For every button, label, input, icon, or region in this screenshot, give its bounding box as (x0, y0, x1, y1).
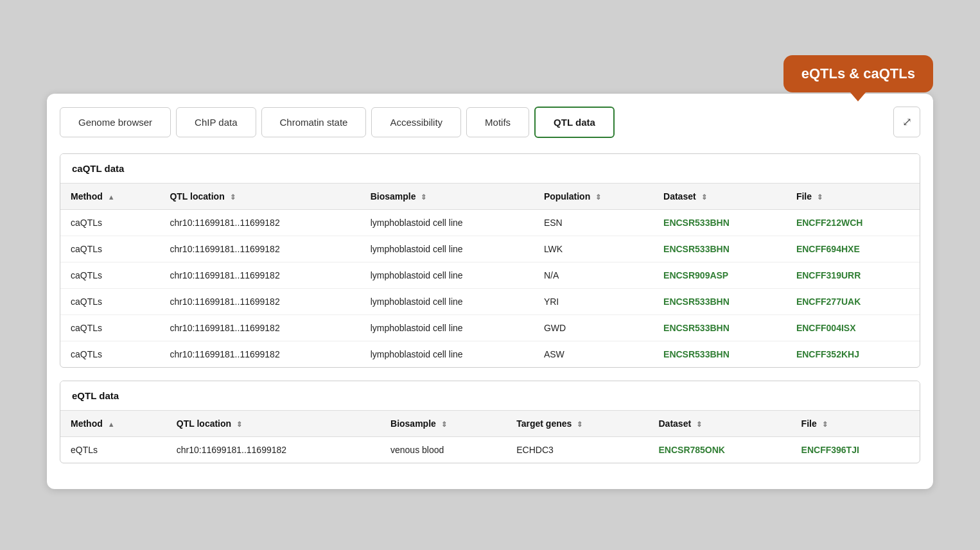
biosample-sort-icon: ⇕ (421, 193, 426, 202)
caqtl-file-cell[interactable]: ENCFF352KHJ (786, 341, 920, 367)
eqtl-col-file[interactable]: File ⇕ (791, 411, 920, 437)
caqtl-dataset-cell[interactable]: ENCSR533BHN (653, 314, 786, 341)
tab-genome-browser[interactable]: Genome browser (60, 107, 171, 137)
caqtl-dataset-cell[interactable]: ENCSR533BHN (653, 209, 786, 236)
eqtl-thead: Method ▲ QTL location ⇕ Biosample ⇕ Ta (60, 411, 920, 437)
eqtl-col-target-genes[interactable]: Target genes ⇕ (506, 411, 648, 437)
eqtl-table: Method ▲ QTL location ⇕ Biosample ⇕ Ta (60, 411, 920, 463)
caqtl-header-row: Method ▲ QTL location ⇕ Biosample ⇕ Po (60, 184, 920, 210)
caqtl-col-dataset[interactable]: Dataset ⇕ (653, 184, 786, 210)
table-row: caQTLs chr10:11699181..11699182 lymphobl… (60, 288, 920, 314)
caqtl-population-cell: ESN (534, 209, 653, 236)
table-row: eQTLs chr10:11699181..11699182 venous bl… (60, 436, 920, 463)
caqtl-dataset-cell[interactable]: ENCSR533BHN (653, 341, 786, 367)
caqtl-location-cell: chr10:11699181..11699182 (159, 209, 360, 236)
caqtl-method-cell: caQTLs (60, 314, 159, 341)
eqtl-target-sort-icon: ⇕ (577, 420, 582, 429)
caqtl-population-cell: N/A (534, 262, 653, 288)
eqtl-file-cell[interactable]: ENCFF396TJI (791, 436, 920, 463)
eqtl-tbody: eQTLs chr10:11699181..11699182 venous bl… (60, 436, 920, 463)
caqtl-dataset-cell[interactable]: ENCSR533BHN (653, 236, 786, 262)
tab-qtl-data[interactable]: QTL data (534, 107, 615, 138)
caqtl-method-cell: caQTLs (60, 341, 159, 367)
tooltip-label: eQTLs & caQTLs (801, 65, 915, 82)
eqtl-dataset-cell[interactable]: ENCSR785ONK (649, 436, 791, 463)
eqtl-dataset-sort-icon: ⇕ (696, 420, 702, 429)
tooltip-bubble: eQTLs & caQTLs (783, 55, 933, 92)
caqtl-location-cell: chr10:11699181..11699182 (159, 314, 360, 341)
caqtl-method-cell: caQTLs (60, 288, 159, 314)
dataset-sort-icon: ⇕ (701, 193, 707, 202)
caqtl-location-cell: chr10:11699181..11699182 (159, 236, 360, 262)
eqtl-col-method[interactable]: Method ▲ (60, 411, 166, 437)
expand-button[interactable]: ⤢ (893, 107, 920, 137)
table-row: caQTLs chr10:11699181..11699182 lymphobl… (60, 341, 920, 367)
eqtl-col-dataset[interactable]: Dataset ⇕ (649, 411, 791, 437)
eqtl-col-location[interactable]: QTL location ⇕ (166, 411, 380, 437)
caqtl-dataset-cell[interactable]: ENCSR909ASP (653, 262, 786, 288)
caqtl-file-cell[interactable]: ENCFF212WCH (786, 209, 920, 236)
caqtl-biosample-cell: lymphoblastoid cell line (360, 288, 534, 314)
outer-wrapper: eQTLs & caQTLs Genome browser ChIP data … (47, 62, 933, 489)
table-row: caQTLs chr10:11699181..11699182 lymphobl… (60, 209, 920, 236)
tab-chip-data[interactable]: ChIP data (176, 107, 256, 137)
table-row: caQTLs chr10:11699181..11699182 lymphobl… (60, 262, 920, 288)
caqtl-tbody: caQTLs chr10:11699181..11699182 lymphobl… (60, 209, 920, 367)
location-sort-icon: ⇕ (230, 193, 236, 202)
caqtl-method-cell: caQTLs (60, 262, 159, 288)
tab-chromatin-state[interactable]: Chromatin state (261, 107, 367, 137)
caqtl-thead: Method ▲ QTL location ⇕ Biosample ⇕ Po (60, 184, 920, 210)
caqtl-file-cell[interactable]: ENCFF694HXE (786, 236, 920, 262)
eqtl-biosample-sort-icon: ⇕ (441, 420, 447, 429)
caqtl-dataset-cell[interactable]: ENCSR533BHN (653, 288, 786, 314)
caqtl-location-cell: chr10:11699181..11699182 (159, 288, 360, 314)
caqtl-population-cell: YRI (534, 288, 653, 314)
caqtl-col-method[interactable]: Method ▲ (60, 184, 159, 210)
caqtl-file-cell[interactable]: ENCFF319URR (786, 262, 920, 288)
caqtl-file-cell[interactable]: ENCFF277UAK (786, 288, 920, 314)
eqtl-location-cell: chr10:11699181..11699182 (166, 436, 380, 463)
population-sort-icon: ⇕ (595, 193, 601, 202)
caqtl-location-cell: chr10:11699181..11699182 (159, 262, 360, 288)
caqtl-section-title: caQTL data (60, 154, 920, 184)
caqtl-table: Method ▲ QTL location ⇕ Biosample ⇕ Po (60, 184, 920, 367)
eqtl-col-biosample[interactable]: Biosample ⇕ (380, 411, 506, 437)
eqtl-method-sort-icon: ▲ (108, 420, 115, 428)
caqtl-method-cell: caQTLs (60, 209, 159, 236)
eqtl-method-cell: eQTLs (60, 436, 166, 463)
expand-icon: ⤢ (902, 115, 912, 129)
eqtl-section-title: eQTL data (60, 381, 920, 411)
tab-motifs[interactable]: Motifs (466, 107, 529, 137)
caqtl-method-cell: caQTLs (60, 236, 159, 262)
caqtl-col-location[interactable]: QTL location ⇕ (159, 184, 360, 210)
caqtl-biosample-cell: lymphoblastoid cell line (360, 262, 534, 288)
eqtl-target-genes-cell: ECHDC3 (506, 436, 648, 463)
table-row: caQTLs chr10:11699181..11699182 lymphobl… (60, 314, 920, 341)
file-sort-icon: ⇕ (817, 193, 823, 202)
caqtl-col-population[interactable]: Population ⇕ (534, 184, 653, 210)
caqtl-col-file[interactable]: File ⇕ (786, 184, 920, 210)
eqtl-location-sort-icon: ⇕ (236, 420, 242, 429)
table-row: caQTLs chr10:11699181..11699182 lymphobl… (60, 236, 920, 262)
caqtl-file-cell[interactable]: ENCFF004ISX (786, 314, 920, 341)
caqtl-biosample-cell: lymphoblastoid cell line (360, 236, 534, 262)
caqtl-population-cell: ASW (534, 341, 653, 367)
caqtl-population-cell: LWK (534, 236, 653, 262)
tab-accessibility[interactable]: Accessibility (371, 107, 461, 137)
caqtl-section: caQTL data Method ▲ QTL location ⇕ Bio (60, 153, 920, 368)
caqtl-population-cell: GWD (534, 314, 653, 341)
eqtl-header-row: Method ▲ QTL location ⇕ Biosample ⇕ Ta (60, 411, 920, 437)
caqtl-biosample-cell: lymphoblastoid cell line (360, 341, 534, 367)
caqtl-location-cell: chr10:11699181..11699182 (159, 341, 360, 367)
main-panel: Genome browser ChIP data Chromatin state… (47, 94, 933, 489)
tab-bar: Genome browser ChIP data Chromatin state… (60, 107, 920, 138)
method-sort-icon: ▲ (108, 193, 115, 201)
caqtl-biosample-cell: lymphoblastoid cell line (360, 314, 534, 341)
eqtl-section: eQTL data Method ▲ QTL location ⇕ Bios (60, 381, 920, 463)
caqtl-col-biosample[interactable]: Biosample ⇕ (360, 184, 534, 210)
caqtl-biosample-cell: lymphoblastoid cell line (360, 209, 534, 236)
eqtl-biosample-cell: venous blood (380, 436, 506, 463)
eqtl-file-sort-icon: ⇕ (822, 420, 828, 429)
